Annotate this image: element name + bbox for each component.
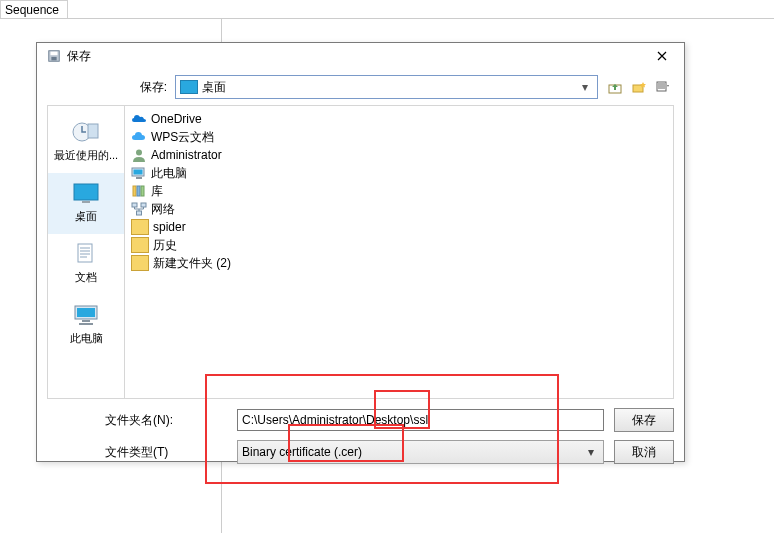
recent-icon: [70, 118, 102, 146]
list-item[interactable]: 此电脑: [131, 164, 667, 182]
svg-rect-12: [77, 308, 95, 317]
sidebar-item-thispc[interactable]: 此电脑: [48, 295, 124, 356]
lookin-combo[interactable]: 桌面 ▾: [175, 75, 598, 99]
lookin-label: 保存:: [37, 79, 175, 96]
decorative-line: [0, 18, 774, 19]
new-folder-icon: [632, 80, 646, 94]
user-icon: [131, 148, 147, 162]
save-button-label: 保存: [632, 412, 656, 429]
up-one-level-button[interactable]: [604, 76, 626, 98]
sidebar-item-label: 桌面: [75, 209, 97, 224]
filetype-value: Binary certificate (.cer): [242, 445, 583, 459]
documents-icon: [70, 240, 102, 268]
svg-rect-20: [137, 186, 140, 196]
list-item-label: Administrator: [151, 148, 222, 162]
list-item-label: 网络: [151, 201, 175, 218]
svg-rect-9: [82, 201, 90, 203]
desktop-icon: [70, 179, 102, 207]
svg-rect-10: [78, 244, 92, 262]
save-dialog: 保存 保存: 桌面 ▾ 最近使用的... 桌面: [36, 42, 685, 462]
svg-rect-8: [74, 184, 98, 200]
sidebar-item-label: 文档: [75, 270, 97, 285]
svg-point-15: [136, 150, 142, 156]
list-item-label: 历史: [153, 237, 177, 254]
view-menu-icon: [656, 80, 670, 94]
svg-rect-19: [133, 186, 136, 196]
svg-rect-7: [88, 124, 98, 138]
background-tab: Sequence: [0, 0, 68, 19]
chevron-down-icon: ▾: [583, 445, 599, 459]
list-item-label: WPS云文档: [151, 129, 214, 146]
dialog-title: 保存: [67, 48, 91, 65]
sidebar-item-label: 此电脑: [70, 331, 103, 346]
filename-label: 文件夹名(N):: [47, 412, 237, 429]
view-menu-button[interactable]: [652, 76, 674, 98]
filetype-label: 文件类型(T): [47, 444, 237, 461]
cancel-button[interactable]: 取消: [614, 440, 674, 464]
sidebar-item-recent[interactable]: 最近使用的...: [48, 112, 124, 173]
list-item-label: 新建文件夹 (2): [153, 255, 231, 272]
folder-icon: [131, 219, 149, 235]
list-item[interactable]: 新建文件夹 (2): [131, 254, 667, 272]
close-icon: [657, 51, 667, 61]
svg-rect-1: [51, 52, 58, 56]
list-item[interactable]: WPS云文档: [131, 128, 667, 146]
sidebar-item-label: 最近使用的...: [54, 148, 118, 163]
close-button[interactable]: [646, 45, 678, 67]
computer-icon: [70, 301, 102, 329]
new-folder-button[interactable]: [628, 76, 650, 98]
sidebar-item-desktop[interactable]: 桌面: [48, 173, 124, 234]
filetype-combo[interactable]: Binary certificate (.cer) ▾: [237, 440, 604, 464]
svg-rect-23: [141, 203, 146, 207]
list-item-label: 库: [151, 183, 163, 200]
svg-rect-18: [136, 177, 142, 179]
libraries-icon: [131, 184, 147, 198]
folder-icon: [131, 237, 149, 253]
sidebar-item-documents[interactable]: 文档: [48, 234, 124, 295]
network-icon: [131, 202, 147, 216]
svg-rect-21: [141, 186, 144, 196]
cancel-button-label: 取消: [632, 444, 656, 461]
lookin-toolbar: [604, 76, 674, 98]
svg-rect-14: [79, 323, 93, 325]
list-item-label: OneDrive: [151, 112, 202, 126]
folder-up-icon: [608, 80, 622, 94]
list-item-label: spider: [153, 220, 186, 234]
cloud-icon: [131, 130, 147, 144]
list-item[interactable]: 库: [131, 182, 667, 200]
save-button[interactable]: 保存: [614, 408, 674, 432]
lookin-value: 桌面: [202, 79, 573, 96]
chevron-down-icon: ▾: [577, 80, 593, 94]
list-item-label: 此电脑: [151, 165, 187, 182]
places-sidebar: 最近使用的... 桌面 文档 此电脑: [47, 105, 124, 399]
svg-rect-24: [137, 211, 142, 215]
file-list[interactable]: OneDrive WPS云文档 Administrator 此电脑 库 网络: [124, 105, 674, 399]
desktop-icon: [180, 80, 198, 94]
titlebar: 保存: [37, 43, 684, 69]
background-tab-label: Sequence: [5, 3, 59, 17]
list-item[interactable]: Administrator: [131, 146, 667, 164]
save-dialog-icon: [47, 49, 61, 63]
filename-input[interactable]: [237, 409, 604, 431]
list-item[interactable]: spider: [131, 218, 667, 236]
list-item[interactable]: 网络: [131, 200, 667, 218]
onedrive-icon: [131, 112, 147, 126]
list-item[interactable]: 历史: [131, 236, 667, 254]
computer-icon: [131, 166, 147, 180]
folder-icon: [131, 255, 149, 271]
svg-rect-13: [82, 320, 90, 322]
svg-rect-17: [134, 170, 143, 175]
list-item[interactable]: OneDrive: [131, 110, 667, 128]
svg-rect-2: [51, 57, 56, 61]
svg-rect-22: [132, 203, 137, 207]
